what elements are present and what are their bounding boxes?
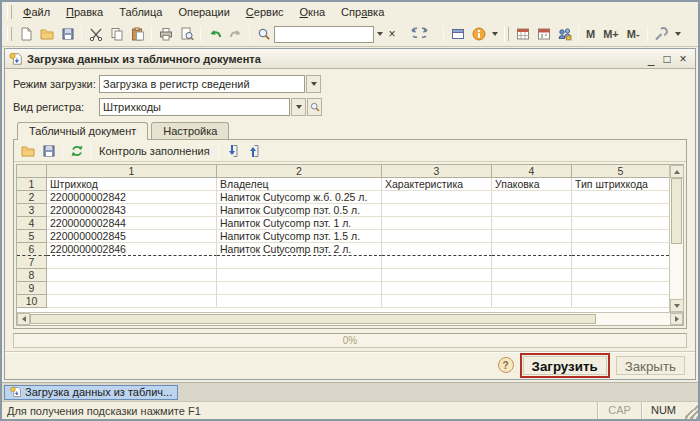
table-cell[interactable] — [47, 282, 217, 295]
table-cell[interactable] — [217, 256, 382, 269]
table-cell[interactable]: Напиток Cutycomp ж.б. 0.25 л. — [217, 191, 382, 204]
scroll-down-button[interactable] — [670, 299, 684, 312]
column-header-cell[interactable]: 3 — [382, 165, 492, 178]
table-cell[interactable] — [382, 256, 492, 269]
toolbar-search-input[interactable] — [274, 26, 374, 43]
dialog-titlebar[interactable]: Загрузка данных из табличного документа … — [5, 49, 695, 69]
register-kind-combobox[interactable]: Штрихкоды — [99, 98, 322, 116]
table-cell[interactable] — [492, 269, 572, 282]
row-number-cell[interactable]: 9 — [17, 282, 47, 295]
table-cell[interactable] — [492, 217, 572, 230]
taskbar-item[interactable]: Загрузка данных из таблич... — [4, 385, 178, 400]
table-cell[interactable] — [382, 191, 492, 204]
menu-item-file[interactable]: Файл — [15, 4, 58, 20]
table-cell[interactable] — [492, 256, 572, 269]
table-cell[interactable]: Напиток Cutycomp пэт. 2 л. — [217, 243, 382, 256]
table-cell[interactable] — [47, 256, 217, 269]
settings-button[interactable] — [651, 24, 672, 44]
help-button[interactable]: ? — [498, 357, 514, 373]
table-cell[interactable] — [492, 282, 572, 295]
table-cell[interactable] — [572, 230, 669, 243]
calendar-button[interactable] — [533, 24, 554, 44]
windows-panel-button[interactable] — [447, 24, 468, 44]
column-header-cell[interactable]: 1 — [47, 165, 217, 178]
scrollbar-track[interactable] — [670, 244, 683, 299]
table-cell[interactable] — [382, 217, 492, 230]
minimize-button[interactable]: _ — [643, 52, 659, 66]
column-header-cell[interactable]: 4 — [492, 165, 572, 178]
row-number-cell[interactable]: 6 — [17, 243, 47, 256]
table-cell[interactable] — [572, 217, 669, 230]
table-cell[interactable] — [492, 191, 572, 204]
table-cell[interactable] — [217, 269, 382, 282]
table-cell[interactable] — [492, 230, 572, 243]
goto-link-button[interactable] — [398, 24, 419, 44]
toolbar-grip[interactable] — [504, 27, 509, 41]
print-preview-button[interactable] — [176, 24, 197, 44]
close-button[interactable]: × — [675, 52, 691, 66]
table-cell[interactable] — [572, 191, 669, 204]
table-cell[interactable]: Упаковка — [492, 178, 572, 191]
open-file-button[interactable] — [17, 141, 38, 161]
table-cell[interactable] — [572, 256, 669, 269]
table-cell[interactable] — [382, 204, 492, 217]
table-cell[interactable]: 2200000002842 — [47, 191, 217, 204]
info-button[interactable] — [468, 24, 489, 44]
tab-settings[interactable]: Настройка — [151, 122, 229, 139]
vertical-scrollbar[interactable] — [669, 165, 683, 312]
cut-button[interactable] — [85, 24, 106, 44]
return-link-button[interactable] — [419, 24, 440, 44]
menu-item-help[interactable]: Справка — [333, 4, 392, 20]
register-kind-dropdown-button[interactable] — [291, 98, 306, 116]
memory-m-minus-button[interactable]: M- — [623, 26, 644, 42]
column-header-cell[interactable]: 2 — [217, 165, 382, 178]
fill-control-button[interactable]: Контроль заполнения — [94, 143, 215, 159]
row-number-cell[interactable]: 8 — [17, 269, 47, 282]
table-cell[interactable] — [382, 282, 492, 295]
table-cell[interactable] — [572, 243, 669, 256]
toolbar-grip[interactable] — [7, 27, 12, 41]
memory-m-plus-button[interactable]: M+ — [599, 26, 623, 42]
redo-button[interactable] — [225, 24, 246, 44]
table-cell[interactable]: Напиток Cutycomp пэт. 1 л. — [217, 217, 382, 230]
load-mode-dropdown-button[interactable] — [306, 75, 321, 93]
undo-button[interactable] — [204, 24, 225, 44]
tab-tabular-document[interactable]: Табличный документ — [17, 122, 148, 140]
menu-item-windows[interactable]: Окна — [292, 4, 334, 20]
row-number-cell[interactable]: 4 — [17, 217, 47, 230]
table-cell[interactable] — [382, 230, 492, 243]
print-button[interactable] — [155, 24, 176, 44]
paste-button[interactable] — [127, 24, 148, 44]
table-cell[interactable] — [492, 295, 572, 308]
register-kind-value[interactable]: Штрихкоды — [99, 98, 290, 116]
table-cell[interactable]: Напиток Cutycomp пэт. 0.5 л. — [217, 204, 382, 217]
menubar-grip[interactable] — [7, 5, 12, 19]
save-file-button[interactable] — [38, 141, 59, 161]
scroll-left-button[interactable] — [17, 313, 30, 325]
table-cell[interactable] — [217, 295, 382, 308]
horizontal-scrollbar[interactable] — [17, 312, 683, 325]
refresh-button[interactable] — [66, 141, 87, 161]
open-button[interactable] — [36, 24, 57, 44]
maximize-button[interactable]: □ — [659, 52, 675, 66]
load-button[interactable]: Загрузить — [523, 356, 607, 375]
table-cell[interactable]: Владелец — [217, 178, 382, 191]
table-cell[interactable]: 2200000002843 — [47, 204, 217, 217]
table-cell[interactable]: Тип штрихкода — [572, 178, 669, 191]
table-cell[interactable]: Напиток Cutycomp пэт. 1.5 л. — [217, 230, 382, 243]
table-cell[interactable] — [47, 269, 217, 282]
scroll-up-button[interactable] — [670, 165, 684, 178]
menu-item-operations[interactable]: Операции — [170, 4, 237, 20]
table-cell[interactable]: Характеристика — [382, 178, 492, 191]
export-rows-button[interactable] — [243, 141, 264, 161]
table-cell[interactable] — [382, 295, 492, 308]
scrollbar-thumb[interactable] — [30, 314, 596, 324]
table-cell[interactable]: Штрихкод — [47, 178, 217, 191]
register-kind-lookup-button[interactable] — [307, 98, 322, 116]
table-cell[interactable] — [572, 204, 669, 217]
users-button[interactable] — [554, 24, 575, 44]
load-mode-combobox[interactable]: Загрузка в регистр сведений — [99, 75, 321, 93]
table-cell[interactable] — [217, 282, 382, 295]
row-number-cell[interactable]: 7 — [17, 256, 47, 269]
corner-cell[interactable] — [17, 165, 47, 178]
